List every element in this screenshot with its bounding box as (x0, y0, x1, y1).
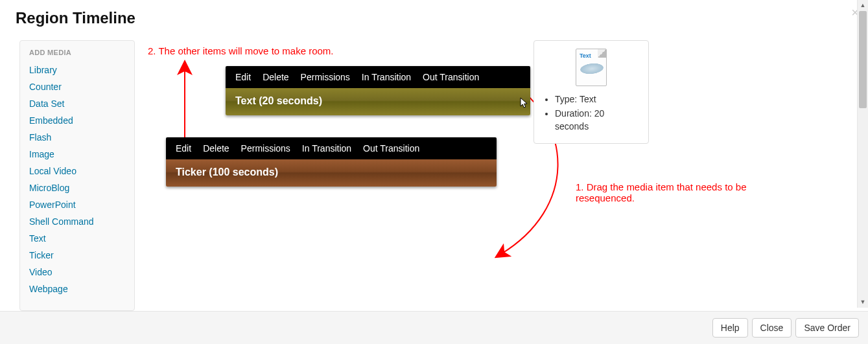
action-delete[interactable]: Delete (203, 143, 229, 154)
scroll-up-icon[interactable]: ▲ (858, 0, 868, 11)
sidebar-item-webpage[interactable]: Webpage (29, 281, 125, 297)
sidebar-item-shell-command[interactable]: Shell Command (29, 213, 125, 230)
sidebar-item-data-set[interactable]: Data Set (29, 95, 125, 112)
info-type: Type: Text (555, 93, 639, 106)
sidebar-item-ticker[interactable]: Ticker (29, 247, 125, 264)
action-edit[interactable]: Edit (235, 72, 251, 82)
item-actions: Edit Delete Permissions In Transition Ou… (226, 66, 530, 88)
sidebar-item-text[interactable]: Text (29, 230, 125, 247)
item-title: Ticker (100 seconds) (166, 159, 497, 187)
sidebar-item-embedded[interactable]: Embedded (29, 112, 125, 129)
thumb-label: Text (580, 52, 591, 59)
sidebar-item-flash[interactable]: Flash (29, 129, 125, 146)
annotation-step-1: 1. Drag the media item that needs to be … (576, 181, 770, 203)
dialog-footer: Help Close Save Order (0, 311, 868, 344)
add-media-sidebar: ADD MEDIA Library Counter Data Set Embed… (19, 40, 135, 311)
timeline-canvas: 2. The other items will move to make roo… (148, 40, 852, 311)
action-permissions[interactable]: Permissions (241, 143, 290, 154)
scroll-thumb[interactable] (859, 11, 867, 108)
sidebar-item-powerpoint[interactable]: PowerPoint (29, 196, 125, 213)
annotation-step-2: 2. The other items will move to make roo… (148, 45, 334, 56)
action-edit[interactable]: Edit (176, 143, 191, 154)
sidebar-item-local-video[interactable]: Local Video (29, 163, 125, 179)
sidebar-heading: ADD MEDIA (29, 49, 125, 56)
sidebar-item-video[interactable]: Video (29, 264, 125, 281)
sidebar-item-microblog[interactable]: MicroBlog (29, 179, 125, 196)
timeline-item-text[interactable]: Edit Delete Permissions In Transition Ou… (226, 66, 530, 115)
item-title: Text (20 seconds) (226, 88, 530, 115)
action-out-transition[interactable]: Out Transition (363, 143, 419, 154)
page-title: Region Timeline (16, 9, 852, 27)
info-duration: Duration: 20 seconds (555, 107, 639, 133)
timeline-item-ticker[interactable]: Edit Delete Permissions In Transition Ou… (166, 137, 497, 187)
action-permissions[interactable]: Permissions (301, 72, 350, 82)
item-actions: Edit Delete Permissions In Transition Ou… (166, 137, 497, 159)
action-in-transition[interactable]: In Transition (302, 143, 351, 154)
action-delete[interactable]: Delete (263, 72, 288, 82)
sidebar-item-image[interactable]: Image (29, 146, 125, 163)
action-in-transition[interactable]: In Transition (362, 72, 411, 82)
help-button[interactable]: Help (712, 318, 748, 338)
action-out-transition[interactable]: Out Transition (423, 72, 479, 82)
save-order-button[interactable]: Save Order (795, 318, 859, 338)
sidebar-item-counter[interactable]: Counter (29, 78, 125, 95)
scroll-down-icon[interactable]: ▼ (858, 297, 868, 308)
media-thumbnail: Text (576, 49, 607, 86)
vertical-scrollbar[interactable]: ▲ ▼ (857, 0, 868, 308)
sidebar-item-library[interactable]: Library (29, 62, 125, 78)
media-info-panel: Text Type: Text Duration: 20 seconds (534, 40, 649, 144)
close-button[interactable]: Close (752, 318, 792, 338)
